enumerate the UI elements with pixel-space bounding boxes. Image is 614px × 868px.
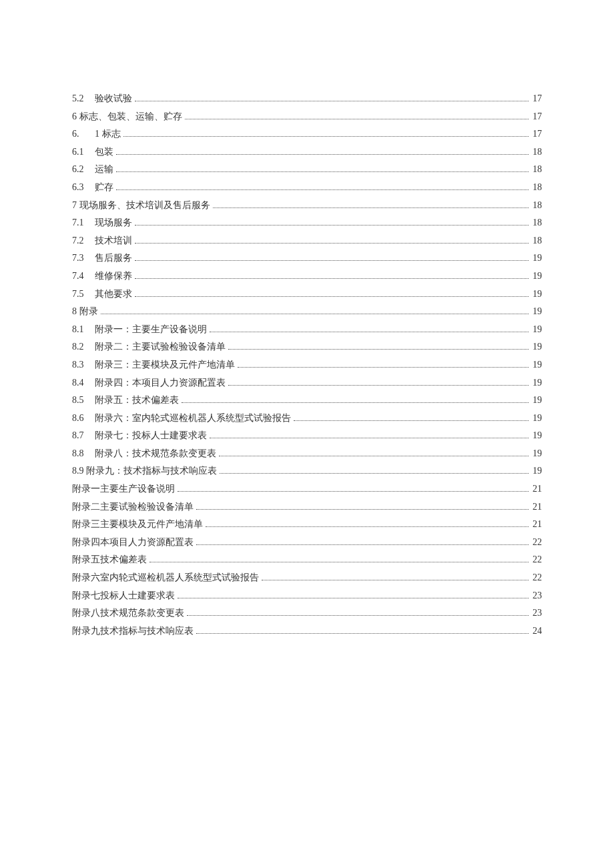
- toc-leader-dots: [135, 255, 529, 261]
- toc-entry: 8.6附录六：室内轮式巡检机器人系统型式试验报告 19: [72, 410, 542, 428]
- toc-entry-number: 7.2: [72, 232, 95, 250]
- toc-leader-dots: [101, 308, 529, 314]
- toc-entry-page: 19: [530, 338, 542, 356]
- toc-entry-title: 售后服务: [95, 250, 132, 268]
- toc-entry: 8.1附录一：主要生产设备说明 19: [72, 321, 542, 339]
- toc-leader-dots: [206, 521, 529, 527]
- toc-leader-dots: [178, 486, 529, 492]
- toc-entry: 6 标志、包装、运输、贮存 17: [72, 108, 542, 126]
- toc-entry-page: 21: [530, 498, 542, 516]
- toc-entry-title: 现场服务: [95, 214, 132, 232]
- toc-entry-page: 19: [530, 392, 542, 410]
- toc-entry: 7.1现场服务 18: [72, 214, 542, 232]
- toc-entry: 附录七投标人士建要求表 23: [72, 587, 542, 605]
- toc-entry-page: 18: [530, 143, 542, 161]
- toc-leader-dots: [178, 592, 529, 598]
- toc-entry: 7 现场服务、技术培训及售后服务 18: [72, 197, 542, 215]
- toc-entry-number: 8.4: [72, 374, 95, 392]
- toc-leader-dots: [116, 166, 529, 172]
- toc-entry-number: 8.6: [72, 410, 95, 428]
- toc-entry-title: 附录四：本项目人力资源配置表: [95, 374, 226, 392]
- toc-entry-page: 24: [530, 622, 542, 640]
- toc-entry-page: 19: [530, 427, 542, 445]
- toc-entry-page: 19: [530, 445, 542, 463]
- toc-leader-dots: [116, 184, 529, 190]
- toc-entry-title: 附录八：技术规范条款变更表: [95, 445, 216, 463]
- toc-entry-page: 19: [530, 374, 542, 392]
- toc-entry-title: 附录五：技术偏差表: [95, 392, 179, 410]
- toc-entry-title: 附录三：主要模块及元件产地清单: [95, 356, 235, 374]
- toc-entry-title: 附录一：主要生产设备说明: [95, 321, 207, 339]
- toc-entry-title: 附录三主要模块及元件产地清单: [72, 516, 203, 534]
- toc-entry-title: 附录七投标人士建要求表: [72, 587, 175, 605]
- toc-leader-dots: [262, 574, 529, 580]
- toc-entry-title: 附录五技术偏差表: [72, 551, 147, 569]
- toc-entry-title: 附录七：投标人士建要求表: [95, 427, 207, 445]
- toc-entry-title: 6 标志、包装、运输、贮存: [72, 108, 182, 126]
- toc-leader-dots: [210, 326, 529, 332]
- toc-leader-dots: [196, 538, 529, 544]
- toc-entry-title: 附录九技术指标与技术响应表: [72, 622, 194, 640]
- toc-entry-page: 19: [530, 321, 542, 339]
- toc-entry: 附录六室内轮式巡检机器人系统型式试验报告 22: [72, 569, 542, 587]
- toc-entry: 8.3附录三：主要模块及元件产地清单 19: [72, 356, 542, 374]
- toc-entry: 附录八技术规范条款变更表 23: [72, 604, 542, 622]
- toc-entry-title: 附录四本项目人力资源配置表: [72, 534, 194, 552]
- table-of-contents: 5.2验收试验 176 标志、包装、运输、贮存 176.1 标志 176.1包装…: [72, 90, 542, 640]
- toc-entry-page: 23: [530, 604, 542, 622]
- toc-entry-number: 7.5: [72, 286, 95, 304]
- toc-entry-number: 7.4: [72, 268, 95, 286]
- toc-leader-dots: [238, 362, 529, 368]
- toc-entry: 8.7附录七：投标人士建要求表 19: [72, 427, 542, 445]
- toc-entry: 6.1包装 18: [72, 143, 542, 161]
- toc-leader-dots: [196, 503, 529, 509]
- toc-entry-page: 18: [530, 161, 542, 179]
- toc-entry: 附录九技术指标与技术响应表 24: [72, 622, 542, 640]
- toc-entry: 8.2附录二：主要试验检验设备清单 19: [72, 338, 542, 356]
- toc-leader-dots: [219, 450, 529, 456]
- toc-entry: 7.3售后服务 19: [72, 250, 542, 268]
- toc-entry-page: 17: [530, 90, 542, 108]
- toc-entry-title: 附录二主要试验检验设备清单: [72, 498, 194, 516]
- toc-entry: 8.4附录四：本项目人力资源配置表 19: [72, 374, 542, 392]
- toc-entry-page: 19: [530, 410, 542, 428]
- toc-entry: 5.2验收试验 17: [72, 90, 542, 108]
- toc-entry-title: 1 标志: [95, 125, 121, 143]
- toc-entry-title: 其他要求: [95, 286, 132, 304]
- toc-entry: 附录三主要模块及元件产地清单 21: [72, 516, 542, 534]
- toc-entry-title: 维修保养: [95, 268, 132, 286]
- toc-entry: 附录一主要生产设备说明 21: [72, 480, 542, 498]
- toc-leader-dots: [135, 220, 529, 226]
- toc-entry-number: 7.1: [72, 214, 95, 232]
- toc-entry: 7.2技术培训 18: [72, 232, 542, 250]
- toc-entry-page: 22: [530, 569, 542, 587]
- toc-leader-dots: [182, 397, 529, 403]
- toc-entry-number: 8.1: [72, 321, 95, 339]
- toc-entry: 6.2运输 18: [72, 161, 542, 179]
- toc-entry-page: 19: [530, 462, 542, 480]
- toc-entry-title: 8 附录: [72, 303, 98, 321]
- toc-entry: 7.5其他要求 19: [72, 286, 542, 304]
- toc-leader-dots: [210, 432, 529, 438]
- toc-entry: 附录四本项目人力资源配置表 22: [72, 534, 542, 552]
- toc-entry-number: 6.2: [72, 161, 95, 179]
- toc-entry-page: 19: [530, 268, 542, 286]
- toc-entry-title: 附录六：室内轮式巡检机器人系统型式试验报告: [95, 410, 291, 428]
- toc-entry-number: 7.3: [72, 250, 95, 268]
- toc-entry-page: 17: [530, 108, 542, 126]
- toc-entry-number: 8.5: [72, 392, 95, 410]
- toc-leader-dots: [228, 344, 529, 350]
- toc-entry-title: 附录六室内轮式巡检机器人系统型式试验报告: [72, 569, 259, 587]
- toc-entry-page: 21: [530, 516, 542, 534]
- toc-entry-page: 18: [530, 232, 542, 250]
- toc-entry-page: 19: [530, 286, 542, 304]
- toc-entry: 6.1 标志 17: [72, 125, 542, 143]
- toc-entry-page: 18: [530, 214, 542, 232]
- toc-entry-number: 8.3: [72, 356, 95, 374]
- toc-entry-number: 6.: [72, 125, 95, 143]
- toc-entry-title: 验收试验: [95, 90, 132, 108]
- toc-leader-dots: [213, 201, 529, 207]
- toc-entry: 7.4维修保养 19: [72, 268, 542, 286]
- toc-page: 5.2验收试验 176 标志、包装、运输、贮存 176.1 标志 176.1包装…: [0, 0, 614, 640]
- toc-entry: 8 附录 19: [72, 303, 542, 321]
